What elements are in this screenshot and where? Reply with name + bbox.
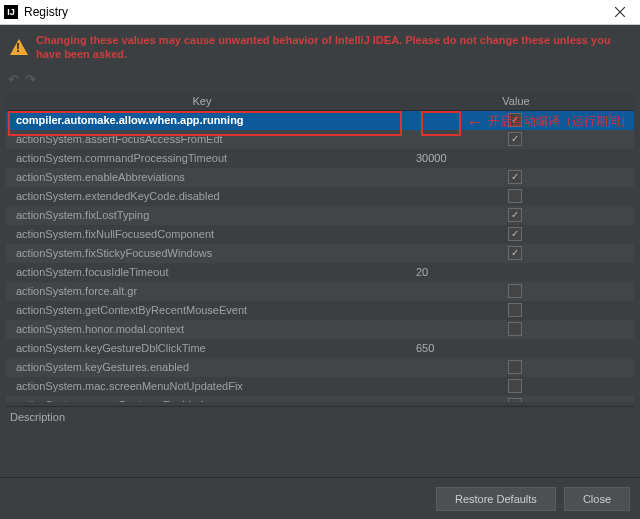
registry-key: actionSystem.extendedKeyCode.disabled	[6, 190, 396, 202]
warning-text: Changing these values may cause unwanted…	[36, 33, 630, 62]
titlebar: IJ Registry	[0, 0, 640, 25]
app-icon: IJ	[4, 5, 18, 19]
registry-value[interactable]: 650	[396, 342, 634, 354]
close-icon	[615, 7, 625, 17]
checkbox[interactable]	[508, 360, 522, 374]
table-row[interactable]: actionSystem.fixStickyFocusedWindows	[6, 244, 634, 263]
table-row[interactable]: actionSystem.assertFocusAccessFromEdt	[6, 130, 634, 149]
registry-value[interactable]	[396, 113, 634, 127]
registry-key: actionSystem.force.alt.gr	[6, 285, 396, 297]
registry-key: actionSystem.keyGestureDblClickTime	[6, 342, 396, 354]
table-row[interactable]: actionSystem.mac.screenMenuNotUpdatedFix	[6, 377, 634, 396]
registry-value[interactable]	[396, 246, 634, 260]
header-value: Value	[398, 92, 634, 110]
registry-value[interactable]	[396, 189, 634, 203]
registry-key: actionSystem.keyGestures.enabled	[6, 361, 396, 373]
button-bar: Restore Defaults Close	[0, 477, 640, 519]
checkbox[interactable]	[508, 208, 522, 222]
description-label: Description	[6, 407, 634, 427]
registry-value[interactable]	[396, 284, 634, 298]
registry-value[interactable]	[396, 227, 634, 241]
checkbox[interactable]	[508, 132, 522, 146]
registry-key: actionSystem.fixNullFocusedComponent	[6, 228, 396, 240]
table-row[interactable]: actionSystem.fixNullFocusedComponent	[6, 225, 634, 244]
registry-key: actionSystem.honor.modal.context	[6, 323, 396, 335]
registry-value[interactable]	[396, 379, 634, 393]
checkbox[interactable]	[508, 227, 522, 241]
registry-value[interactable]	[396, 132, 634, 146]
toolbar: ↶ ↷	[0, 70, 640, 90]
table-row[interactable]: actionSystem.keyGestureDblClickTime650	[6, 339, 634, 358]
checkbox[interactable]	[508, 322, 522, 336]
checkbox[interactable]	[508, 189, 522, 203]
description-panel: Description	[6, 406, 634, 473]
table-row[interactable]: actionSystem.mouseGesturesEnabled	[6, 396, 634, 402]
table-row[interactable]: compiler.automake.allow.when.app.running	[6, 111, 634, 130]
checkbox[interactable]	[508, 284, 522, 298]
warning-icon	[10, 39, 28, 55]
table-row[interactable]: actionSystem.enableAbbreviations	[6, 168, 634, 187]
checkbox[interactable]	[508, 246, 522, 260]
registry-value[interactable]	[396, 322, 634, 336]
registry-value[interactable]	[396, 170, 634, 184]
checkbox[interactable]	[508, 379, 522, 393]
registry-key: actionSystem.getContextByRecentMouseEven…	[6, 304, 396, 316]
table-row[interactable]: actionSystem.commandProcessingTimeout300…	[6, 149, 634, 168]
registry-key: actionSystem.commandProcessingTimeout	[6, 152, 396, 164]
header-key: Key	[6, 92, 398, 110]
table-row[interactable]: actionSystem.fixLostTyping	[6, 206, 634, 225]
restore-defaults-button[interactable]: Restore Defaults	[436, 487, 556, 511]
registry-key: actionSystem.focusIdleTimeout	[6, 266, 396, 278]
checkbox[interactable]	[508, 398, 522, 402]
checkbox[interactable]	[508, 113, 522, 127]
checkbox[interactable]	[508, 303, 522, 317]
table-row[interactable]: actionSystem.getContextByRecentMouseEven…	[6, 301, 634, 320]
registry-value[interactable]	[396, 303, 634, 317]
table-row[interactable]: actionSystem.focusIdleTimeout20	[6, 263, 634, 282]
registry-value[interactable]	[396, 360, 634, 374]
registry-key: actionSystem.enableAbbreviations	[6, 171, 396, 183]
close-button[interactable]: Close	[564, 487, 630, 511]
dialog-body: Changing these values may cause unwanted…	[0, 25, 640, 519]
window-close-button[interactable]	[604, 1, 636, 23]
table-row[interactable]: actionSystem.force.alt.gr	[6, 282, 634, 301]
table-row[interactable]: actionSystem.keyGestures.enabled	[6, 358, 634, 377]
table-row[interactable]: actionSystem.extendedKeyCode.disabled	[6, 187, 634, 206]
registry-key: actionSystem.assertFocusAccessFromEdt	[6, 133, 396, 145]
registry-key: actionSystem.mac.screenMenuNotUpdatedFix	[6, 380, 396, 392]
table-rows: ← 开启自动编译（运行期间） compiler.automake.allow.w…	[6, 111, 634, 402]
registry-value[interactable]	[396, 208, 634, 222]
registry-key: actionSystem.fixStickyFocusedWindows	[6, 247, 396, 259]
registry-value[interactable]	[396, 398, 634, 402]
warning-banner: Changing these values may cause unwanted…	[0, 25, 640, 70]
registry-value[interactable]: 20	[396, 266, 634, 278]
redo-icon[interactable]: ↷	[25, 72, 36, 87]
registry-key: compiler.automake.allow.when.app.running	[6, 114, 396, 126]
registry-key: actionSystem.mouseGesturesEnabled	[6, 399, 396, 402]
checkbox[interactable]	[508, 170, 522, 184]
table-header: Key Value	[6, 92, 634, 111]
registry-key: actionSystem.fixLostTyping	[6, 209, 396, 221]
undo-icon[interactable]: ↶	[8, 72, 19, 87]
window-title: Registry	[24, 5, 604, 19]
registry-table: Key Value ← 开启自动编译（运行期间） compiler.automa…	[6, 92, 634, 402]
registry-value[interactable]: 30000	[396, 152, 634, 164]
table-row[interactable]: actionSystem.honor.modal.context	[6, 320, 634, 339]
